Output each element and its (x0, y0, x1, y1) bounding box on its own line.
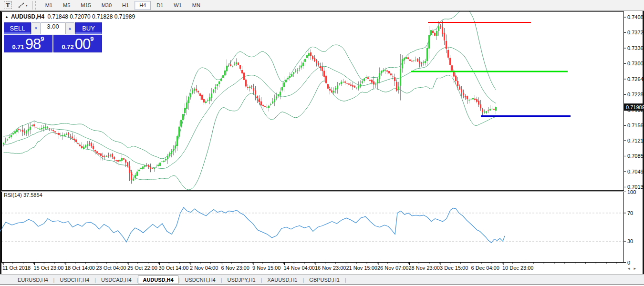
timeframe-button-mn[interactable]: MN (187, 1, 205, 10)
toolbar-separator (32, 1, 33, 10)
volume-input[interactable]: 3.00 (41, 22, 65, 34)
time-axis-label: 6 Dec 04:00 (471, 265, 499, 271)
time-axis-label: 21 Nov 15:00 (346, 265, 377, 271)
time-axis-label: 23 Oct 04:00 (96, 265, 126, 271)
rsi-indicator-label: RSI(14) 37.5854 (4, 192, 42, 198)
time-axis-label: 30 Oct 14:00 (159, 265, 189, 271)
time-axis-label: 15 Oct 23:00 (34, 265, 64, 271)
buy-price-big: 00 (75, 38, 90, 51)
time-axis-label: 2 Nov 04:00 (190, 265, 218, 271)
chart-title: ▲AUDUSD,H4 0.71848 0.72070 0.71828 0.719… (5, 13, 135, 20)
tab-scroll-arrows: ◂▸ (628, 266, 640, 271)
sell-button[interactable]: SELL (4, 22, 31, 34)
ohlc-values: 0.71848 0.72070 0.71828 0.71989 (48, 13, 135, 20)
text-tool-icon: T (4, 1, 12, 9)
chart-tab-usdcnh-h4[interactable]: USDCNH,H4 (180, 276, 221, 284)
text-tool-button[interactable]: T (1, 0, 14, 10)
chart-tab-audusd-h4[interactable]: AUDUSD,H4 (138, 276, 178, 284)
toolbar-grip[interactable] (35, 1, 37, 10)
time-axis-label: 26 Nov 07:00 (377, 265, 408, 271)
timeframe-button-m30[interactable]: M30 (97, 1, 116, 10)
volume-increase-button[interactable]: ▲ (65, 22, 74, 34)
chart-tab-usdchf-h4[interactable]: USDCHF,H4 (54, 276, 94, 284)
time-axis-label: 25 Oct 22:00 (127, 265, 157, 271)
timeframe-group: M1M5M15M30H1H4D1W1MN (40, 1, 206, 10)
time-axis-label: 16 Nov 23:00 (315, 265, 346, 271)
one-click-trade-panel: SELL ▼ 3.00 ▲ BUY 0.71 98 9 0.72 00 9 (4, 22, 102, 52)
timeframe-button-m1[interactable]: M1 (41, 1, 57, 10)
metatrader-window: T ▾ M1M5M15M30H1H4D1W1MN 0.740800.737200… (0, 0, 644, 286)
volume-decrease-button[interactable]: ▼ (31, 22, 41, 34)
tab-separator: | (345, 277, 346, 283)
buy-button[interactable]: BUY (75, 22, 102, 34)
sell-price-big: 98 (25, 38, 41, 51)
crosshair-tool-button[interactable]: ▾ (15, 0, 30, 10)
sell-quote[interactable]: 0.71 98 9 (4, 35, 52, 52)
chart-tab-usdjpy-h1[interactable]: USDJPY,H1 (222, 276, 261, 284)
chart-tab-gbpusd-h1[interactable]: GBPUSD,H1 (304, 276, 345, 284)
time-axis-label: 28 Nov 23:00 (409, 265, 440, 271)
timeframe-button-m15[interactable]: M15 (76, 1, 95, 10)
crosshair-icon (18, 2, 25, 9)
symbol-period-label: AUDUSD,H4 (11, 13, 44, 20)
time-axis-label: 3 Dec 15:00 (440, 265, 468, 271)
time-axis-label: 18 Oct 14:00 (65, 265, 95, 271)
tab-scroll-left-icon[interactable]: ◂ (628, 266, 634, 271)
chart-tab-eurusd-h4[interactable]: EURUSD,H4 (12, 276, 53, 284)
buy-price-sup: 9 (90, 37, 93, 41)
timeframe-button-h1[interactable]: H1 (117, 1, 134, 10)
timeframe-button-w1[interactable]: W1 (169, 1, 187, 10)
buy-quote[interactable]: 0.72 00 9 (53, 35, 102, 52)
time-axis-label: 9 Nov 15:00 (252, 265, 280, 271)
time-axis-label: 10 Dec 23:00 (502, 265, 533, 271)
time-axis-label: 6 Nov 23:00 (221, 265, 249, 271)
timeframe-button-h4[interactable]: H4 (135, 1, 151, 10)
sell-price-sup: 9 (41, 37, 44, 41)
timeframe-button-d1[interactable]: D1 (152, 1, 168, 10)
tab-scroll-right-icon[interactable]: ▸ (634, 266, 640, 271)
timeframe-button-m5[interactable]: M5 (58, 1, 75, 10)
time-axis-label: 14 Nov 04:00 (284, 265, 315, 271)
chevron-down-icon: ▾ (26, 3, 28, 8)
chart-tab-bar: EURUSD,H4|USDCHF,H4|USDCAD,H4|AUDUSD,H4|… (0, 274, 644, 285)
collapse-triangle-icon[interactable]: ▲ (5, 15, 9, 19)
chart-tab-usdcad-h4[interactable]: USDCAD,H4 (96, 276, 137, 284)
toolbar: T ▾ M1M5M15M30H1H4D1W1MN (0, 0, 644, 11)
chart-tab-xauusd-h1[interactable]: XAUUSD,H1 (262, 276, 303, 284)
time-axis-label: 11 Oct 2018 (2, 265, 31, 271)
buy-price-prefix: 0.72 (62, 43, 73, 51)
sell-price-prefix: 0.71 (12, 43, 24, 51)
